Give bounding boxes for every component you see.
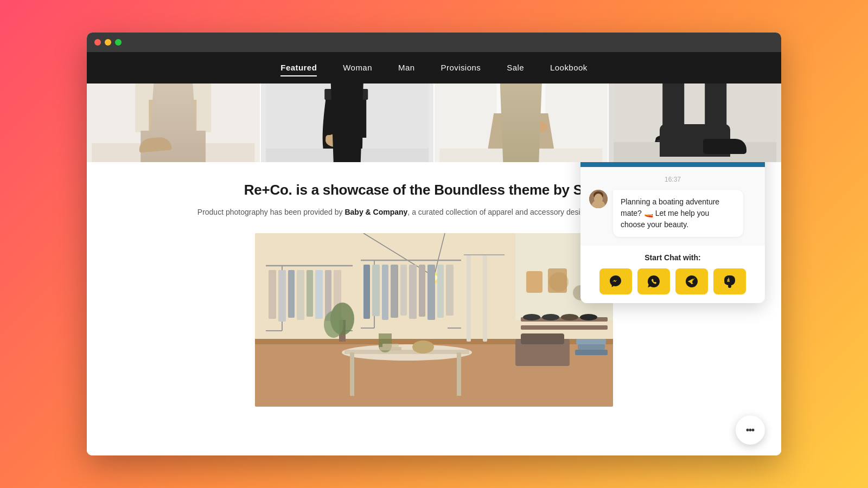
svg-rect-25 [657,140,682,142]
svg-rect-62 [446,265,454,316]
svg-rect-55 [382,265,388,320]
svg-point-71 [580,314,597,320]
svg-rect-42 [278,270,286,322]
svg-rect-92 [576,339,606,344]
telegram-button[interactable] [675,268,708,294]
svg-rect-27 [614,142,776,162]
svg-rect-2 [149,100,164,162]
svg-point-69 [542,314,559,320]
nav-item-woman[interactable]: Woman [343,63,372,73]
svg-rect-9 [180,144,200,147]
svg-point-106 [746,429,749,432]
svg-point-80 [324,311,343,338]
chat-start-label: Start Chat with: [589,253,756,262]
svg-rect-83 [382,344,399,347]
svg-point-5 [177,154,201,162]
chat-bubble: Planning a boating adventure mate? 🚤 Let… [613,190,743,237]
svg-rect-7 [185,153,188,162]
svg-rect-74 [350,352,354,396]
hero-panel-oxford [608,84,782,162]
svg-rect-56 [391,265,398,318]
svg-rect-41 [269,270,276,319]
browser-window: Featured Woman Man Provisions Sale Lookb… [87,33,781,455]
svg-point-81 [412,341,434,354]
svg-point-20 [532,121,547,132]
viber-button[interactable] [713,268,746,294]
nav-item-provisions[interactable]: Provisions [441,63,481,73]
minimize-dot[interactable] [105,39,111,46]
chat-avatar-small [589,190,608,208]
chat-message-row: Planning a boating adventure mate? 🚤 Let… [589,190,756,237]
nav-link-featured[interactable]: Featured [280,63,317,74]
svg-rect-54 [372,265,380,316]
chat-widget: Ricardo Boat expert 16:37 [580,162,765,303]
nav-link-provisions[interactable]: Provisions [441,63,481,74]
svg-rect-8 [146,144,167,147]
nav-menu: Featured Woman Man Provisions Sale Lookb… [280,63,587,73]
svg-point-100 [593,191,603,199]
svg-rect-61 [437,265,444,318]
svg-rect-19 [496,84,545,116]
svg-rect-26 [701,140,726,142]
whatsapp-button[interactable] [637,268,670,294]
subtext-prefix: Product photography has been provided by [197,208,345,216]
nav-link-sale[interactable]: Sale [507,63,524,74]
svg-point-101 [594,194,603,204]
svg-rect-24 [705,84,726,138]
hero-panel-pants [260,84,434,162]
site-content: Featured Woman Man Provisions Sale Lookb… [87,52,781,455]
chat-timestamp: 16:37 [589,176,756,183]
store-image [255,233,613,407]
store-image-wrapper: Ricardo Boat expert 16:37 [87,233,781,407]
chat-header: Ricardo Boat expert [580,162,765,167]
chat-buttons [589,268,756,294]
svg-point-107 [749,429,752,432]
svg-rect-16 [326,135,345,143]
floating-chat-button[interactable] [736,415,765,445]
nav-item-man[interactable]: Man [398,63,415,73]
svg-point-108 [752,429,755,432]
hero-panel-khaki [433,84,608,162]
svg-point-105 [728,285,731,288]
svg-rect-82 [380,347,401,350]
nav-item-lookbook[interactable]: Lookbook [550,63,588,73]
hero-panel-shoes [87,84,260,162]
svg-rect-10 [92,143,254,162]
svg-rect-91 [578,344,605,350]
messenger-button[interactable] [599,268,632,294]
svg-rect-53 [363,265,370,319]
svg-rect-89 [521,333,564,344]
nav-link-lookbook[interactable]: Lookbook [550,63,588,74]
svg-rect-57 [400,265,407,316]
svg-rect-6 [146,153,149,162]
nav-link-woman[interactable]: Woman [343,63,372,74]
svg-rect-21 [439,149,602,162]
nav-link-man[interactable]: Man [398,63,415,74]
svg-rect-14 [324,89,368,100]
chat-body: 16:37 Planning a boating adventur [580,167,765,246]
svg-point-4 [144,154,168,162]
svg-rect-3 [181,100,196,162]
maximize-dot[interactable] [115,39,122,46]
svg-point-70 [561,314,578,320]
svg-rect-64 [483,255,487,342]
browser-chrome [87,33,781,52]
svg-rect-90 [575,350,608,355]
site-nav: Featured Woman Man Provisions Sale Lookb… [87,52,781,84]
nav-item-featured[interactable]: Featured [280,63,317,73]
subtext-brand: Baby & Company [344,208,407,216]
svg-rect-17 [266,149,429,162]
nav-item-sale[interactable]: Sale [507,63,524,73]
close-dot[interactable] [94,39,101,46]
hero-strip [87,84,781,162]
chat-start-section: Start Chat with: [580,246,765,303]
svg-point-68 [523,314,540,320]
svg-rect-75 [457,352,461,396]
svg-rect-86 [526,271,542,293]
svg-rect-43 [288,270,295,318]
svg-rect-63 [467,255,471,342]
svg-rect-23 [662,84,684,138]
svg-rect-60 [427,265,435,320]
svg-rect-73 [344,350,469,354]
svg-rect-44 [297,270,304,320]
